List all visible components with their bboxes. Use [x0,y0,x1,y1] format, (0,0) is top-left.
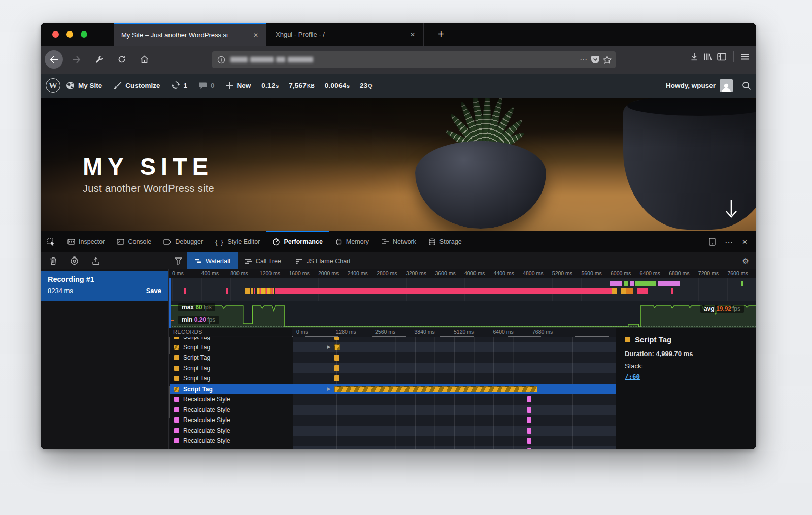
pocket-icon[interactable] [591,55,600,64]
sidebar-toggle-icon[interactable] [717,53,726,61]
tab-title: My Site – Just another WordPress si [121,31,250,39]
page-actions-icon[interactable]: ⋯ [580,55,588,65]
avatar[interactable] [720,79,733,92]
adminbar-my-site[interactable]: My Site [60,74,108,98]
record-row[interactable]: Script Tag [170,363,617,374]
stack-frame-link[interactable]: /:60 [625,373,756,380]
wordpress-logo-icon[interactable]: W [46,78,60,93]
record-row[interactable]: Script Tag [170,373,617,384]
plus-icon [226,82,233,89]
record-row[interactable]: Recalculate Style [170,446,617,450]
record-row[interactable]: Recalculate Style [170,426,617,436]
view-call-tree-button[interactable]: Call Tree [238,252,288,269]
view-js-flame-chart-button[interactable]: JS Flame Chart [288,252,358,269]
updates-count: 1 [184,82,188,89]
gear-icon[interactable]: ⚙ [742,256,749,266]
record-timeline-cell [293,426,617,436]
tab-debugger[interactable]: Debugger [157,231,209,252]
record-row[interactable]: Script Tag▶ [170,384,617,395]
overview-strip[interactable] [169,278,756,301]
minimize-window-button[interactable] [66,31,73,38]
scroll-down-arrow[interactable] [725,199,738,218]
import-recording-icon[interactable] [92,257,100,265]
responsive-design-mode-icon[interactable] [705,236,719,248]
view-waterfall-button[interactable]: Waterfall [187,252,238,269]
waterfall-bar [527,396,531,402]
record-row[interactable]: Recalculate Style [170,436,617,446]
wrench-icon[interactable] [91,51,108,68]
search-icon[interactable] [742,81,751,90]
record-label: Recalculate Style [183,437,230,444]
record-row[interactable]: Recalculate Style [170,405,617,415]
tab-style-editor[interactable]: { } Style Editor [209,231,266,252]
record-timeline-cell [293,373,617,384]
adminbar-comments[interactable]: 0 [193,74,220,98]
close-icon[interactable]: ✕ [250,30,261,40]
tab-my-site[interactable]: My Site – Just another WordPress si ✕ [114,23,266,46]
tab-xhgui[interactable]: Xhgui - Profile - / ✕ [266,23,424,46]
zoom-window-button[interactable] [81,31,87,38]
debugger-icon [163,239,172,245]
pick-element-icon[interactable] [41,231,61,252]
marker-details-panel: Script Tag Duration: 4,999.70 ms Stack: … [616,328,756,449]
call-tree-icon [245,258,252,264]
bookmark-star-icon[interactable] [603,56,612,64]
record-row[interactable]: Recalculate Style [170,394,617,405]
script-marker-square-icon [174,366,179,371]
overview-ruler-tick: 3600 ms [435,270,455,276]
record-row[interactable]: Script Tag▶ [170,342,617,353]
devtools-close-icon[interactable]: ✕ [738,236,751,248]
home-button[interactable] [136,51,152,68]
record-row[interactable]: Script Tag [170,337,617,342]
recording-name: Recording #1 [48,275,161,283]
stat-query-time: 0.0064s [320,82,355,89]
fps-max-label: max 60fps [178,303,215,311]
adminbar-new[interactable]: New [220,74,257,98]
tab-inspector[interactable]: Inspector [61,231,111,252]
close-icon[interactable]: ✕ [407,29,418,40]
overview-selection-edge[interactable] [169,278,171,328]
record-row[interactable]: Recalculate Style [170,415,617,426]
adminbar-updates[interactable]: 1 [166,74,193,98]
clear-recordings-icon[interactable] [50,257,57,265]
tab-performance[interactable]: Performance [266,231,328,252]
my-site-label: My Site [78,82,102,89]
start-recording-icon[interactable] [70,256,79,265]
library-icon[interactable] [703,53,712,61]
menu-hamburger-icon[interactable] [741,53,749,60]
howdy-account[interactable]: Howdy, wpuser [666,82,716,89]
overview-ruler-tick: 800 ms [230,270,248,276]
detail-ruler-tick: 0 ms [296,329,308,335]
back-button[interactable] [45,50,63,69]
close-window-button[interactable] [52,31,59,38]
records-header: RECORDS [169,328,292,336]
forward-button[interactable] [68,51,84,68]
reload-button[interactable] [114,51,130,68]
overview-ruler-tick: 6400 ms [640,270,660,276]
downloads-icon[interactable] [690,53,698,61]
framerate-graph[interactable]: max 60fps min 0.20fps avg 19.92fps [169,301,756,328]
url-bar[interactable]: ⋯ [212,51,616,68]
new-tab-button[interactable]: + [434,27,448,41]
tab-network[interactable]: Network [375,231,422,252]
overview-ruler-tick: 6000 ms [611,270,631,276]
filter-icon[interactable] [175,257,182,265]
recording-item[interactable]: Recording #1 8234 ms Save [41,271,168,301]
customize-brush-icon [113,81,122,90]
save-recording-link[interactable]: Save [146,287,161,295]
site-info-icon[interactable] [217,56,225,64]
record-label: Script Tag [183,385,213,393]
tab-memory[interactable]: Memory [329,231,375,252]
overview-marker-segment [624,281,628,286]
fps-min-line [169,326,756,327]
new-label: New [237,82,251,89]
waterfall-bar [334,365,340,371]
adminbar-customize[interactable]: Customize [108,74,165,98]
expand-triangle-icon[interactable]: ▶ [327,386,331,391]
expand-triangle-icon[interactable]: ▶ [327,344,331,349]
devtools-meatball-menu-icon[interactable]: ⋯ [721,235,736,249]
tab-storage[interactable]: Storage [422,231,468,252]
tab-console[interactable]: Console [111,231,157,252]
record-row[interactable]: Script Tag [170,352,617,363]
waterfall-bar [334,386,538,392]
